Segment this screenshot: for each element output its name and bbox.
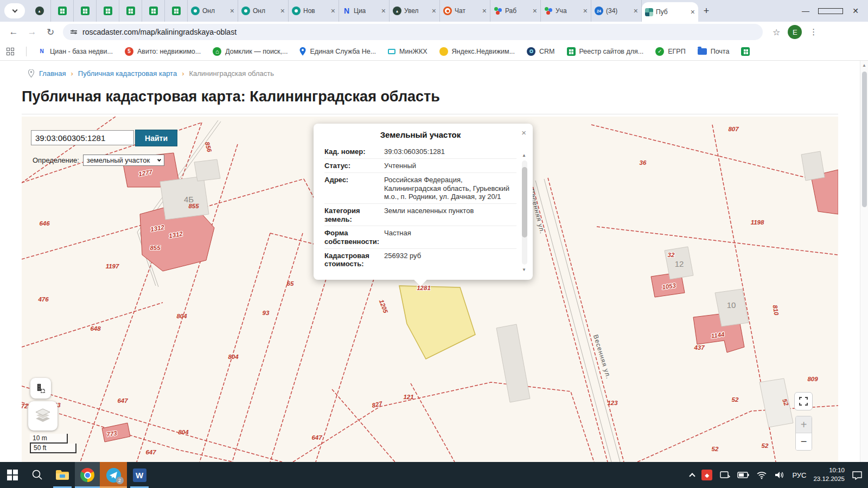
pinned-tab[interactable] [51, 0, 74, 22]
messenger-button[interactable]: 2 [100, 462, 127, 488]
close-icon[interactable]: × [521, 128, 526, 137]
browser-tab[interactable]: Онл× [238, 0, 289, 22]
bookmark-item[interactable]: Яндекс.Недвижим... [439, 47, 515, 56]
tab-title: Чат [455, 7, 465, 15]
measure-button[interactable] [30, 378, 51, 399]
zoom-out-button[interactable]: − [796, 433, 812, 450]
maximize-button[interactable] [818, 0, 843, 22]
browser-tab[interactable]: Нов× [289, 0, 339, 22]
taskbar-clock[interactable]: 10:10 23.12.2025 [813, 466, 845, 483]
close-icon[interactable]: × [482, 7, 487, 15]
popup-field-row: Адрес:Российская Федерация, Калининградс… [324, 173, 516, 204]
battery-icon[interactable] [737, 471, 749, 479]
tray-app-icon[interactable]: ◆ [701, 470, 712, 480]
speaker-icon[interactable] [774, 471, 785, 479]
reload-button[interactable]: ↻ [41, 27, 60, 38]
forward-button[interactable]: → [23, 27, 41, 37]
browser-menu-icon[interactable]: ⋮ [809, 27, 818, 37]
word-button[interactable]: W [127, 462, 152, 488]
back-button[interactable]: ← [4, 27, 23, 37]
bookmark-item[interactable]: 5Авито: недвижимо... [125, 47, 201, 56]
parcel-label: 12 [675, 259, 684, 268]
bookmark-item[interactable]: Почта [698, 48, 730, 55]
zoom-in-button[interactable]: + [796, 416, 812, 433]
breadcrumb-item[interactable]: Главная [39, 69, 66, 78]
pinned-tab[interactable] [142, 0, 165, 22]
browser-tab[interactable]: Пуб× [642, 2, 698, 22]
parcel-label: 65 [287, 280, 294, 287]
tray-expand-icon[interactable] [690, 473, 695, 479]
object-type-select[interactable]: земельный участок [83, 155, 164, 166]
wifi-icon[interactable] [756, 471, 767, 479]
popup-title: Земельный участок [324, 130, 516, 139]
fullscreen-button[interactable] [794, 392, 813, 410]
popup-scrollbar[interactable]: ▲ ▼ [521, 154, 528, 271]
scroll-up-icon[interactable]: ▲ [862, 63, 866, 68]
cadastral-search-input[interactable] [31, 130, 134, 145]
field-label: Форма собственности: [324, 229, 384, 246]
bookmark-item[interactable]: CRM [527, 47, 554, 56]
close-window-button[interactable]: ✕ [843, 0, 868, 22]
bookmark-item[interactable]: ⌂Домклик — поиск,... [213, 47, 288, 56]
scroll-down-icon[interactable]: ▼ [522, 267, 526, 272]
language-indicator[interactable]: РУС [792, 471, 806, 479]
pinned-tab[interactable]: ▴ [28, 0, 51, 22]
page-scrollbar[interactable]: ▲ [860, 61, 868, 462]
tab-title: Пуб [656, 8, 668, 16]
site-info-icon[interactable] [71, 30, 77, 34]
layers-button[interactable] [28, 401, 58, 431]
new-tab-button[interactable]: + [698, 3, 714, 19]
tab-search-button[interactable] [4, 3, 25, 18]
chrome-button[interactable] [75, 462, 100, 488]
close-icon[interactable]: × [280, 7, 285, 15]
browser-tab[interactable]: Онл× [188, 0, 238, 22]
bookmark-star-icon[interactable]: ☆ [773, 27, 780, 37]
browser-tab[interactable]: NЦиа× [339, 0, 390, 22]
profile-avatar[interactable]: E [788, 25, 802, 39]
selected-parcel-1281 [399, 286, 475, 359]
browser-tab[interactable]: Уча× [541, 0, 591, 22]
bookmark-item[interactable]: NЦиан - база недви... [37, 47, 113, 56]
parcel-label: 1197 [106, 263, 119, 269]
parcel-label: 476 [38, 296, 48, 303]
layers-icon [34, 408, 52, 424]
file-explorer-button[interactable] [50, 462, 75, 488]
pinned-tab[interactable] [119, 0, 142, 22]
browser-tab[interactable]: Чат× [440, 0, 490, 22]
breadcrumb-item[interactable]: Публичная кадастровая карта [78, 69, 177, 78]
tablet-icon[interactable] [719, 471, 730, 479]
search-button[interactable]: Найти [135, 130, 177, 146]
parcel-label: 855 [150, 245, 160, 251]
windows-logo-icon [7, 470, 18, 480]
pinned-tab[interactable] [165, 0, 188, 22]
close-icon[interactable]: × [230, 7, 234, 15]
action-center-icon[interactable] [852, 470, 863, 480]
close-icon[interactable]: × [691, 8, 695, 16]
scroll-up-icon[interactable]: ▲ [522, 153, 526, 158]
start-button[interactable] [0, 462, 25, 488]
close-icon[interactable]: × [583, 7, 588, 15]
bookmark-item[interactable]: Реестр сайтов для... [567, 47, 644, 56]
browser-tab[interactable]: Раб× [490, 0, 541, 22]
pinned-tab[interactable] [97, 0, 119, 22]
breadcrumb-separator: › [71, 69, 73, 78]
close-icon[interactable]: × [533, 7, 537, 15]
bookmark-item[interactable]: МинЖКХ [388, 48, 427, 55]
bookmark-item[interactable] [741, 47, 750, 56]
close-icon[interactable]: × [331, 7, 335, 15]
browser-tab[interactable]: 24(34)× [591, 0, 642, 22]
scrollbar-thumb[interactable] [522, 167, 527, 237]
close-icon[interactable]: × [432, 7, 436, 15]
breadcrumb-separator: › [182, 69, 184, 78]
taskbar-search-button[interactable] [25, 462, 50, 488]
close-icon[interactable]: × [634, 7, 638, 15]
scrollbar-thumb[interactable] [862, 72, 867, 207]
browser-tab[interactable]: ▴Увел× [390, 0, 440, 22]
pinned-tab[interactable] [74, 0, 97, 22]
bookmark-item[interactable]: Единая Служба Не... [299, 47, 376, 56]
apps-grid-icon[interactable] [7, 48, 14, 55]
bookmark-item[interactable]: ✓ЕГРП [655, 47, 685, 56]
close-icon[interactable]: × [381, 7, 386, 15]
minimize-button[interactable]: — [793, 0, 818, 22]
address-bar[interactable]: roscadaster.com/map/kaliningradskaya-obl… [63, 24, 763, 40]
